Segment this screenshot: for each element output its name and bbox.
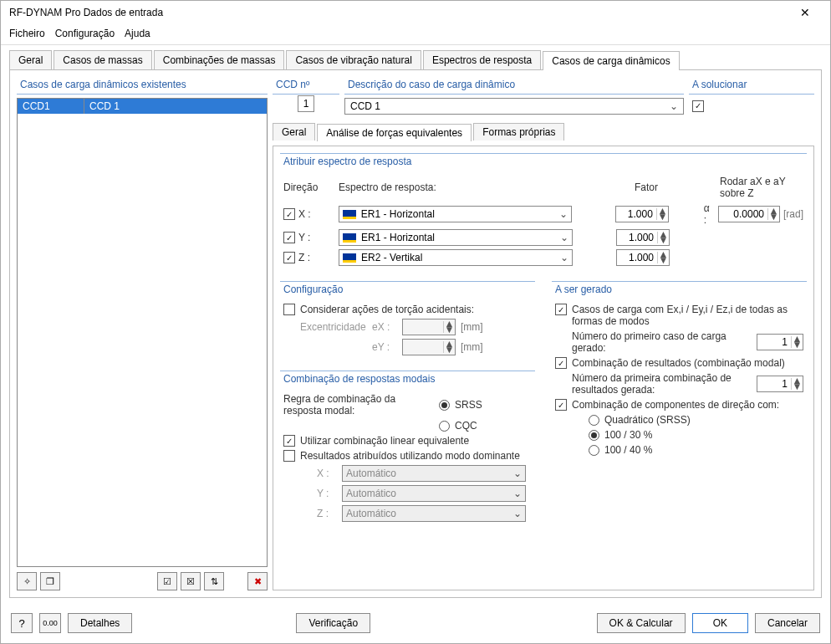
menu-help[interactable]: Ajuda [125, 28, 150, 39]
dir-10030-radio[interactable] [589, 430, 599, 441]
rotate-label-2: sobre Z [720, 187, 754, 199]
check-all-button[interactable]: ☑ [157, 572, 177, 590]
ok-button[interactable]: OK [692, 613, 748, 633]
spectrum-y-select[interactable]: ER1 - Horizontal⌄ [339, 229, 573, 246]
units-button[interactable]: 0.00 [39, 613, 61, 633]
dominant-y-select: Automático⌄ [342, 485, 526, 502]
eu-flag-icon [343, 210, 356, 219]
alpha-label: α : [704, 202, 715, 226]
desc-input[interactable]: CCD 1⌄ [344, 98, 684, 115]
dir-x-label: X : [298, 208, 311, 220]
spectrum-x-select[interactable]: ER1 - Horizontal⌄ [339, 206, 572, 222]
alpha-input[interactable]: ▲▼ [718, 206, 780, 222]
sort-button[interactable]: ⇅ [204, 572, 224, 590]
chevron-down-icon[interactable]: ⌄ [560, 252, 568, 263]
first-lc-input[interactable]: ▲▼ [757, 334, 803, 350]
cancel-button[interactable]: Cancelar [755, 613, 820, 633]
tab-dynamic-load-cases[interactable]: Casos de carga dinâmicos [543, 51, 679, 70]
copy-button[interactable]: ❐ [40, 572, 60, 590]
srss-radio[interactable] [439, 400, 450, 411]
ey-label: eY : [372, 341, 397, 353]
dir-y-label: Y : [298, 232, 310, 243]
list-item-no: CCD1 [18, 99, 84, 114]
verification-button[interactable]: Verificação [296, 613, 370, 633]
existing-cases-list[interactable]: CCD1 CCD 1 [17, 98, 268, 567]
chevron-down-icon[interactable]: ⌄ [670, 100, 678, 112]
tab-natural-vib[interactable]: Casos de vibração natural [286, 50, 421, 69]
linear-checkbox[interactable] [283, 435, 295, 447]
rotate-label-1: Rodar aX e aY [720, 176, 786, 187]
ccd-no-label: CCD nº [273, 77, 339, 95]
solve-label: A solucionar [689, 77, 814, 95]
dominant-z-select: Automático⌄ [342, 505, 526, 522]
details-button[interactable]: Detalhes [68, 613, 132, 633]
alpha-unit: [rad] [783, 208, 803, 220]
chevron-down-icon[interactable]: ⌄ [560, 232, 568, 243]
existing-cases-title: Casos de carga dinâmicos existentes [17, 77, 268, 95]
new-button[interactable]: ✧ [17, 572, 37, 590]
tab-mass-combos[interactable]: Combinações de massas [154, 50, 285, 69]
dir-10040-radio[interactable] [589, 445, 599, 456]
dir-quad-radio[interactable] [589, 415, 599, 426]
list-item-desc: CCD 1 [84, 99, 267, 114]
modal-title: Combinação de respostas modais [283, 371, 532, 390]
assign-title: Atribuir espectro de resposta [283, 154, 803, 172]
togen-title: A ser gerado [555, 282, 803, 300]
ecc-label: Excentricidade [300, 321, 367, 333]
ey-unit: [mm] [461, 341, 483, 353]
config-title: Configuração [283, 282, 532, 300]
factor-x-input[interactable]: ▲▼ [615, 206, 669, 222]
dir-y-checkbox[interactable] [283, 232, 295, 243]
rule-label: Regra de combinação da resposta modal: [283, 393, 434, 417]
first-rc-input[interactable]: ▲▼ [757, 376, 803, 392]
tab-response-spectra[interactable]: Espectros de resposta [423, 50, 541, 69]
dominant-x-select: Automático⌄ [342, 465, 526, 482]
ey-input: ▲▼ [402, 339, 456, 355]
dominant-checkbox[interactable] [283, 450, 295, 462]
cqc-radio[interactable] [439, 421, 450, 432]
eu-flag-icon [343, 253, 356, 263]
delete-button[interactable]: ✖ [247, 572, 268, 590]
ex-unit: [mm] [461, 321, 483, 333]
gen-lc-checkbox[interactable] [555, 304, 567, 315]
torsion-label: Considerar ações de torção acidentais: [300, 304, 474, 315]
factor-y-input[interactable]: ▲▼ [616, 229, 670, 246]
factor-z-input[interactable]: ▲▼ [616, 249, 670, 266]
dir-x-checkbox[interactable] [283, 208, 295, 220]
eu-flag-icon [343, 233, 356, 243]
ok-calculate-button[interactable]: OK & Calcular [597, 613, 686, 633]
spectrum-z-select[interactable]: ER2 - Vertikal⌄ [339, 249, 573, 266]
menu-config[interactable]: Configuração [55, 28, 115, 39]
subtab-mode-shapes[interactable]: Formas próprias [473, 123, 564, 141]
spectrum-header: Espectro de resposta: [339, 181, 573, 193]
desc-label: Descrição do caso de carga dinâmico [344, 77, 684, 95]
window-title: RF-DYNAM Pro Dados de entrada [9, 7, 788, 18]
torsion-checkbox[interactable] [283, 304, 295, 315]
uncheck-all-button[interactable]: ☒ [181, 572, 201, 590]
ex-label: eX : [372, 321, 397, 333]
dir-header: Direção [283, 181, 334, 193]
solve-checkbox[interactable] [692, 100, 704, 112]
gen-rc-checkbox[interactable] [555, 357, 567, 369]
close-icon[interactable]: ✕ [788, 6, 822, 19]
help-button[interactable]: ? [11, 613, 33, 633]
gen-dir-checkbox[interactable] [555, 399, 567, 411]
ex-input: ▲▼ [402, 319, 456, 335]
tab-general[interactable]: Geral [9, 50, 52, 69]
subtab-general[interactable]: Geral [273, 123, 315, 141]
ccd-no-input[interactable]: 1 [298, 95, 315, 112]
menu-file[interactable]: Ficheiro [9, 28, 45, 39]
subtab-equivalent-forces[interactable]: Análise de forças equivalentes [317, 124, 472, 141]
chevron-down-icon[interactable]: ⌄ [559, 208, 568, 220]
factor-header: Fator [616, 181, 676, 193]
dir-z-label: Z : [298, 252, 310, 263]
dir-z-checkbox[interactable] [283, 252, 295, 263]
tab-mass-cases[interactable]: Casos de massas [54, 50, 151, 69]
list-item[interactable]: CCD1 CCD 1 [18, 99, 267, 114]
